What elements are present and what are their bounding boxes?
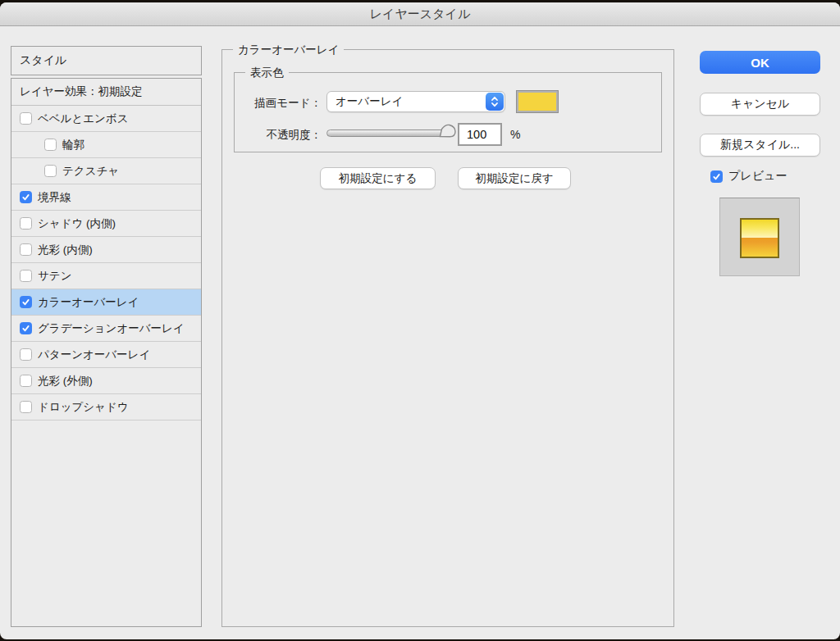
styles-list: レイヤー効果：初期設定 ベベルとエンボス 輪郭 テクスチャ 境界線 シャドウ (… — [11, 78, 202, 627]
style-item-texture[interactable]: テクスチャ — [11, 158, 201, 184]
title-bar: レイヤースタイル — [0, 2, 840, 26]
effect-checkbox[interactable] — [20, 217, 32, 230]
effect-checkbox[interactable] — [20, 191, 32, 203]
effect-checkbox[interactable] — [20, 348, 32, 361]
effect-label: パターンオーバーレイ — [38, 348, 150, 362]
styles-panel-header: スタイル — [11, 46, 202, 75]
effect-label: シャドウ (内側) — [38, 216, 116, 231]
blend-mode-value: オーバーレイ — [327, 94, 486, 109]
style-item-gradient-overlay[interactable]: グラデーションオーバーレイ — [11, 316, 201, 342]
effect-checkbox[interactable] — [20, 243, 32, 256]
effect-label: 光彩 (外側) — [38, 374, 93, 389]
blend-mode-select[interactable]: オーバーレイ — [326, 91, 505, 112]
preview-label: プレビュー — [728, 169, 787, 184]
style-item-satin[interactable]: サテン — [11, 263, 201, 289]
style-item-bevel-emboss[interactable]: ベベルとエンボス — [11, 106, 201, 132]
group-title: カラーオーバーレイ — [233, 43, 344, 57]
effect-checkbox[interactable] — [44, 139, 57, 151]
effect-checkbox[interactable] — [20, 375, 32, 387]
effect-label: 輪郭 — [62, 138, 84, 152]
reset-default-button[interactable]: 初期設定に戻す — [458, 167, 571, 189]
chevron-up-down-icon — [486, 93, 504, 111]
opacity-slider-thumb[interactable] — [438, 122, 458, 143]
effect-label: カラーオーバーレイ — [38, 295, 139, 310]
opacity-input[interactable]: 100 — [458, 123, 502, 146]
new-style-button[interactable]: 新規スタイル... — [700, 134, 820, 157]
effect-checkbox[interactable] — [20, 296, 32, 308]
style-item-drop-shadow[interactable]: ドロップシャドウ — [11, 394, 201, 421]
effect-checkbox[interactable] — [44, 165, 57, 177]
style-item-stroke[interactable]: 境界線 — [11, 184, 201, 211]
effect-checkbox[interactable] — [20, 112, 32, 125]
opacity-slider-track[interactable] — [326, 130, 451, 137]
effect-label: グラデーションオーバーレイ — [38, 321, 185, 336]
style-item-pattern-overlay[interactable]: パターンオーバーレイ — [11, 342, 201, 368]
effect-label: 境界線 — [38, 190, 71, 205]
layer-style-dialog: レイヤースタイル スタイル レイヤー効果：初期設定 ベベルとエンボス 輪郭 テク… — [0, 2, 840, 639]
effects-rows: ベベルとエンボス 輪郭 テクスチャ 境界線 シャドウ (内側) 光彩 (内側) … — [11, 106, 201, 421]
style-item-outer-glow[interactable]: 光彩 (外側) — [11, 368, 201, 394]
style-item-inner-glow[interactable]: 光彩 (内側) — [11, 237, 201, 263]
subgroup-title: 表示色 — [245, 66, 289, 80]
effect-checkbox[interactable] — [20, 322, 32, 334]
effect-label: サテン — [38, 269, 71, 284]
effect-checkbox[interactable] — [20, 270, 32, 282]
make-default-button[interactable]: 初期設定にする — [320, 167, 436, 189]
blend-mode-label: 描画モード： — [235, 96, 322, 111]
dialog-title: レイヤースタイル — [370, 7, 470, 22]
style-item-contour[interactable]: 輪郭 — [11, 132, 201, 158]
preview-well — [719, 198, 800, 276]
effect-label: ドロップシャドウ — [38, 400, 129, 415]
style-item-color-overlay[interactable]: カラーオーバーレイ — [11, 289, 201, 316]
effect-label: 光彩 (内側) — [38, 243, 93, 257]
opacity-unit: % — [510, 128, 520, 141]
overlay-color-swatch[interactable] — [517, 91, 558, 112]
style-item-inner-shadow[interactable]: シャドウ (内側) — [11, 211, 201, 237]
preview-checkbox-row: プレビュー — [710, 169, 787, 184]
preview-thumbnail — [740, 218, 779, 258]
ok-button[interactable]: OK — [700, 51, 820, 74]
opacity-label: 不透明度： — [235, 128, 322, 143]
preview-checkbox[interactable] — [710, 170, 723, 183]
effects-header[interactable]: レイヤー効果：初期設定 — [11, 79, 201, 106]
effect-label: ベベルとエンボス — [38, 111, 129, 126]
cancel-button[interactable]: キャンセル — [700, 93, 820, 116]
effect-checkbox[interactable] — [20, 401, 32, 413]
styles-panel-title: スタイル — [20, 53, 66, 68]
effect-label: テクスチャ — [62, 164, 119, 179]
